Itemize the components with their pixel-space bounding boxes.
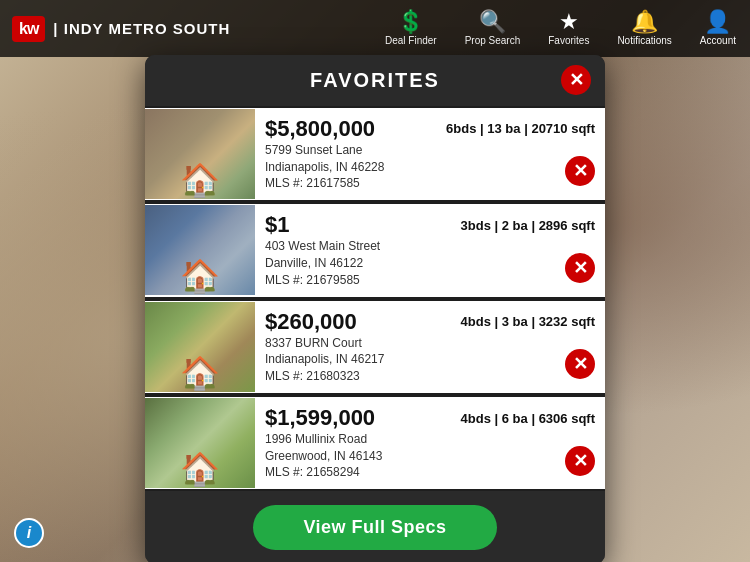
nav-label-notifications: Notifications [617,35,671,46]
remove-button-4[interactable]: ✕ [565,446,595,476]
deal-finder-icon: 💲 [397,11,424,33]
favorites-modal: FAVORITES ✕ 🏠 $5,800,000 5799 Sunset Lan… [145,55,605,562]
property-address-1: 5799 Sunset Lane Indianapolis, IN 46228 … [265,142,436,192]
remove-button-1[interactable]: ✕ [565,156,595,186]
property-specs-4: 4bds | 6 ba | 6306 sqft [461,411,595,426]
property-right-3: 4bds | 3 ba | 3232 sqft ✕ [461,314,605,379]
address-line2-1: Indianapolis, IN 46228 [265,160,384,174]
house-icon-4: 🏠 [145,398,255,488]
top-navigation: kw | INDY METRO SOUTH 💲 Deal Finder 🔍 Pr… [0,0,750,57]
kw-logo: kw [12,16,45,42]
account-icon: 👤 [704,11,731,33]
property-item[interactable]: 🏠 $5,800,000 5799 Sunset Lane Indianapol… [145,108,605,200]
property-price-2: $1 [265,212,451,238]
property-specs-1: 6bds | 13 ba | 20710 sqft [446,121,595,136]
property-mls-3: MLS #: 21680323 [265,369,360,383]
notifications-icon: 🔔 [631,11,658,33]
modal-close-button[interactable]: ✕ [561,65,591,95]
nav-item-account[interactable]: 👤 Account [686,5,750,52]
address-line2-3: Indianapolis, IN 46217 [265,352,384,366]
view-specs-container: View Full Specs [145,491,605,562]
remove-button-2[interactable]: ✕ [565,253,595,283]
property-right-1: 6bds | 13 ba | 20710 sqft ✕ [446,121,605,186]
nav-item-deal-finder[interactable]: 💲 Deal Finder [371,5,451,52]
property-item[interactable]: 🏠 $260,000 8337 BURN Court Indianapolis,… [145,301,605,393]
property-right-4: 4bds | 6 ba | 6306 sqft ✕ [461,411,605,476]
property-item[interactable]: 🏠 $1 403 West Main Street Danville, IN 4… [145,204,605,296]
property-price-3: $260,000 [265,309,451,335]
prop-search-icon: 🔍 [479,11,506,33]
property-address-4: 1996 Mullinix Road Greenwood, IN 46143 M… [265,431,451,481]
property-price-4: $1,599,000 [265,405,451,431]
property-list: 🏠 $5,800,000 5799 Sunset Lane Indianapol… [145,106,605,492]
property-image-4: 🏠 [145,398,255,488]
nav-item-notifications[interactable]: 🔔 Notifications [603,5,685,52]
house-icon-1: 🏠 [145,109,255,199]
house-icon-2: 🏠 [145,205,255,295]
address-line2-2: Danville, IN 46122 [265,256,363,270]
nav-items: 💲 Deal Finder 🔍 Prop Search ★ Favorites … [371,5,750,52]
nav-item-favorites[interactable]: ★ Favorites [534,5,603,52]
remove-button-3[interactable]: ✕ [565,349,595,379]
property-specs-2: 3bds | 2 ba | 2896 sqft [461,218,595,233]
property-mls-2: MLS #: 21679585 [265,273,360,287]
address-line1-2: 403 West Main Street [265,239,380,253]
property-image-3: 🏠 [145,302,255,392]
property-image-2: 🏠 [145,205,255,295]
modal-overlay: FAVORITES ✕ 🏠 $5,800,000 5799 Sunset Lan… [0,57,750,562]
property-address-2: 403 West Main Street Danville, IN 46122 … [265,238,451,288]
property-details-2: $1 403 West Main Street Danville, IN 461… [255,204,461,296]
property-image-1: 🏠 [145,109,255,199]
house-icon-3: 🏠 [145,302,255,392]
modal-header: FAVORITES ✕ [145,55,605,106]
property-price-1: $5,800,000 [265,116,436,142]
nav-label-deal-finder: Deal Finder [385,35,437,46]
property-mls-1: MLS #: 21617585 [265,176,360,190]
company-name: | INDY METRO SOUTH [53,20,230,37]
logo-area: kw | INDY METRO SOUTH [0,16,242,42]
address-line1-4: 1996 Mullinix Road [265,432,367,446]
nav-label-account: Account [700,35,736,46]
address-line1-1: 5799 Sunset Lane [265,143,362,157]
property-item[interactable]: 🏠 $1,599,000 1996 Mullinix Road Greenwoo… [145,397,605,489]
favorites-icon: ★ [559,11,579,33]
modal-title: FAVORITES [310,69,440,92]
nav-label-prop-search: Prop Search [465,35,521,46]
address-line2-4: Greenwood, IN 46143 [265,449,382,463]
nav-item-prop-search[interactable]: 🔍 Prop Search [451,5,535,52]
view-full-specs-button[interactable]: View Full Specs [253,505,496,550]
property-address-3: 8337 BURN Court Indianapolis, IN 46217 M… [265,335,451,385]
address-line1-3: 8337 BURN Court [265,336,362,350]
nav-label-favorites: Favorites [548,35,589,46]
property-right-2: 3bds | 2 ba | 2896 sqft ✕ [461,218,605,283]
property-specs-3: 4bds | 3 ba | 3232 sqft [461,314,595,329]
property-details-3: $260,000 8337 BURN Court Indianapolis, I… [255,301,461,393]
property-details-1: $5,800,000 5799 Sunset Lane Indianapolis… [255,108,446,200]
property-mls-4: MLS #: 21658294 [265,465,360,479]
property-details-4: $1,599,000 1996 Mullinix Road Greenwood,… [255,397,461,489]
